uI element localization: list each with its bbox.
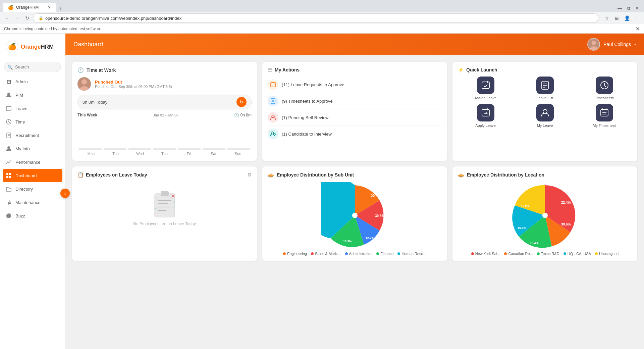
today-label: 0h 0m Today (83, 100, 107, 105)
quick-launch-card: ⚡ Quick Launch Assign Leave (452, 62, 637, 161)
quick-my-leave[interactable]: My Leave (517, 104, 573, 128)
timesheets-label: (9) Timesheets to Approve (282, 99, 333, 104)
day-sat: Sat (201, 152, 226, 156)
quick-assign-leave[interactable]: Assign Leave (458, 77, 513, 100)
bar-chart (77, 120, 252, 150)
svg-rect-3 (6, 106, 11, 111)
my-actions-header: ☰ My Actions (268, 67, 442, 72)
location-pie-container: 22.4% 30.6% 18.4% 16.3% 12.2% New York S (458, 182, 632, 256)
browser-tabs-bar: 🍊 OrangeHRM ✕ + — ⧉ ✕ (0, 0, 644, 12)
minimize-button[interactable]: — (616, 4, 624, 12)
sidebar-item-buzz[interactable]: Buzz (0, 209, 65, 222)
sidebar-item-admin[interactable]: ⊞ Admin (0, 75, 65, 88)
header-user-menu[interactable]: Paul Collings ▾ (587, 38, 636, 51)
hr-label: Human Reso... (401, 252, 426, 256)
svg-text:22.4%: 22.4% (561, 201, 571, 204)
sub-unit-header: 🥧 Employee Distribution by Sub Unit (268, 172, 442, 178)
svg-text:16.3%: 16.3% (343, 240, 352, 243)
sidebar-item-time[interactable]: Time (0, 115, 65, 129)
svg-point-2 (7, 93, 10, 95)
sidebar-item-maintenance[interactable]: Maintenance (0, 196, 65, 209)
time-at-work-header: 🕐 Time at Work (77, 67, 252, 73)
restore-button[interactable]: ⧉ (625, 4, 633, 12)
sidebar-collapse-button[interactable]: ‹ (60, 189, 70, 198)
browser-tab-active[interactable]: 🍊 OrangeHRM ✕ (3, 3, 56, 12)
svg-text:✕: ✕ (171, 193, 175, 199)
day-mon: Mon (79, 152, 103, 156)
address-bar[interactable]: 🔒 opensource-demo.orangehrmlive.com/web/… (33, 13, 598, 23)
finance-label: Finance (380, 252, 393, 256)
refresh-button[interactable]: ↻ (23, 14, 32, 22)
page-title: Dashboard (73, 41, 103, 48)
day-tue: Tue (103, 152, 128, 156)
bar-sat (203, 148, 225, 150)
sales-label: Sales & Mark.... (315, 252, 341, 256)
svg-point-30 (271, 132, 274, 134)
punch-btn-icon: ↻ (239, 99, 244, 105)
time-icon (5, 118, 12, 125)
warning-bar: Chrome is being controlled by automated … (0, 24, 644, 34)
my-leave-label: My Leave (537, 123, 553, 128)
sidebar-item-label-performance: Performance (15, 160, 40, 165)
profile-button[interactable]: 👤 (623, 14, 631, 22)
location-icon: 🥧 (458, 172, 464, 178)
my-actions-card: ☰ My Actions (11) Leave Requests to Appr… (262, 62, 447, 161)
svg-point-74 (542, 213, 548, 218)
extensions-button[interactable]: ⊞ (612, 14, 621, 22)
bookmark-button[interactable]: ☆ (602, 14, 611, 22)
sub-unit-title: Employee Distribution by Sub Unit (277, 172, 354, 178)
action-item-self-review[interactable]: (1) Pending Self Review (268, 109, 442, 126)
sidebar-item-pim[interactable]: PIM (0, 88, 65, 102)
quick-timesheets[interactable]: Timesheets (577, 77, 632, 100)
svg-text:18.4%: 18.4% (530, 241, 539, 245)
quick-apply-leave[interactable]: Apply Leave (458, 104, 513, 128)
assign-leave-icon-bg (477, 77, 494, 94)
texas-dot (537, 252, 540, 255)
browser-chrome: 🍊 OrangeHRM ✕ + — ⧉ ✕ ← → ↻ 🔒 opensource… (0, 0, 644, 24)
settings-icon[interactable]: ⚙ (247, 172, 252, 178)
bar-sun (227, 148, 250, 150)
tab-title: OrangeHRM (16, 5, 39, 10)
action-item-candidate[interactable]: (1) Candidate to Interview (268, 126, 442, 142)
bar-sun-fill (227, 148, 250, 150)
quick-leave-list[interactable]: Leave List (517, 77, 573, 100)
svg-rect-16 (9, 176, 11, 178)
sidebar-item-recruitment[interactable]: Recruitment (0, 129, 65, 142)
sidebar-item-dashboard[interactable]: Dashboard (3, 169, 62, 182)
new-tab-button[interactable]: + (56, 6, 65, 12)
dashboard-bottom-grid: 📋 Employees on Leave Today ⚙ (72, 166, 637, 261)
sidebar-item-performance[interactable]: Performance (0, 155, 65, 169)
time-at-work-title: Time at Work (87, 67, 116, 73)
punch-button[interactable]: ↻ (236, 97, 247, 107)
sub-unit-pie-container: 20.4% 30.6% 12.2% 16.3% Engineering (268, 182, 442, 256)
back-button[interactable]: ← (3, 14, 11, 22)
warning-close-button[interactable]: ✕ (636, 26, 640, 32)
my-timesheet-label: My Timesheet (593, 123, 615, 128)
sub-unit-pie-chart: 20.4% 30.6% 12.2% 16.3% (321, 182, 388, 249)
svg-point-60 (156, 198, 157, 199)
svg-rect-15 (6, 176, 8, 178)
self-review-label: (1) Pending Self Review (282, 115, 328, 120)
tab-close-icon[interactable]: ✕ (48, 5, 51, 9)
sidebar-item-label-admin: Admin (15, 79, 28, 84)
sidebar-item-directory[interactable]: Directory (0, 182, 65, 196)
buzz-icon (5, 212, 12, 219)
logo-text: OrangeHRM (21, 44, 54, 50)
hq-dot (564, 252, 566, 255)
action-item-leave[interactable]: (11) Leave Requests to Approve (268, 77, 442, 93)
action-item-timesheets[interactable]: (9) Timesheets to Approve (268, 93, 442, 109)
forward-button[interactable]: → (13, 14, 21, 22)
menu-button[interactable]: ⋮ (633, 14, 641, 22)
week-hours: 🕐 0h 0m (234, 113, 252, 117)
svg-rect-13 (6, 173, 8, 175)
main-area: Dashboard Paul Collings ▾ (65, 34, 644, 349)
quick-my-timesheet[interactable]: My Timesheet (577, 104, 632, 128)
sidebar-item-leave[interactable]: Leave (0, 102, 65, 115)
employees-leave-header: 📋 Employees on Leave Today ⚙ (77, 172, 252, 178)
sidebar-item-myinfo[interactable]: My Info (0, 142, 65, 155)
svg-point-21 (82, 79, 87, 85)
employees-on-leave-card: 📋 Employees on Leave Today ⚙ (72, 166, 257, 261)
dashboard-icon (5, 172, 12, 179)
close-window-button[interactable]: ✕ (633, 4, 641, 12)
sub-unit-legend: Engineering Sales & Mark.... Administrat… (283, 252, 426, 256)
